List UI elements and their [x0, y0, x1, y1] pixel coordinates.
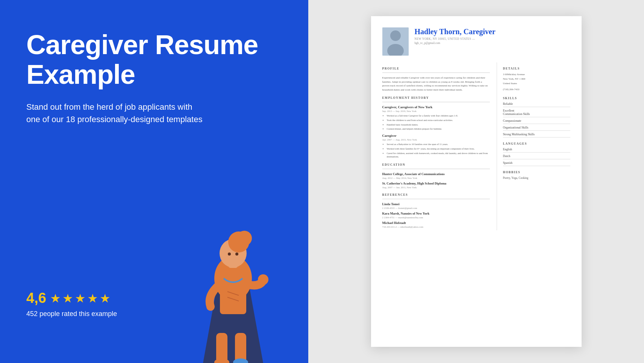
resume-location: NEW YORK, NY 10065, UNITED STATES —	[415, 37, 570, 41]
edu-school-2: St. Catherine's Academy, High School Dip…	[382, 182, 490, 185]
details-section-title: DETAILS	[503, 67, 570, 70]
ref-contact-1: 2 2339-4533 — ltomei@gmail.com	[382, 207, 490, 209]
skill-5: Strong Multitasking Skills	[503, 133, 570, 138]
skill-1: Reliable	[503, 102, 570, 107]
svg-point-13	[235, 253, 238, 256]
education-section-title: EDUCATION	[382, 163, 490, 166]
rating-number: 4,6	[26, 290, 46, 306]
skills-section-title: SKILLS	[503, 97, 570, 100]
edu-dates-2: Aug. 2007 — Jun. 2011, New York	[382, 186, 490, 189]
right-panel: Hadley Thorn, Caregiver NEW YORK, NY 100…	[308, 0, 644, 363]
resume-body: PROFILE Experienced and reliable Caregiv…	[382, 62, 570, 230]
svg-point-7	[258, 274, 268, 285]
svg-point-12	[228, 253, 231, 256]
star-rating: ★ ★ ★ ★ ★	[50, 291, 111, 306]
references-section-title: REFERENCES	[382, 193, 490, 197]
profile-section-title: PROFILE	[382, 67, 490, 70]
lang-1: English	[503, 148, 570, 153]
job-dates-2: Apr. 2007 — Aug. 2015, New York	[382, 138, 490, 141]
languages-section-title: LANGUAGES	[503, 142, 570, 145]
svg-point-17	[390, 30, 401, 41]
job-dates-1: Sep. 2013 — Sep. 2019, New York	[382, 110, 490, 112]
hobbies-section-title: HOBBIES	[503, 171, 570, 174]
resume-email: hgh_vc_p@gmail.com	[415, 41, 570, 45]
hobbies-text: Poetry, Yoga, Cooking	[503, 176, 570, 180]
resume-header: Hadley Thorn, Caregiver NEW YORK, NY 100…	[382, 27, 570, 56]
ref-name-3: Michael Hofstadt	[382, 221, 490, 225]
star-1: ★	[50, 291, 61, 306]
svg-point-11	[237, 231, 252, 246]
ref-contact-3: 718-203-411-2 — mhofstadt@yahoo.com	[382, 225, 490, 228]
job-title-1: Caregiver, Caregivers of New York	[382, 105, 490, 109]
bullet-item: Served as a Babysitter to 10 families ov…	[387, 142, 490, 146]
star-3: ★	[75, 291, 86, 306]
resume-sidebar: DETAILS 3 00Mickley AvenueNew York, NY 1…	[497, 62, 570, 230]
resume-photo	[382, 27, 409, 56]
job-bullets-1: Worked as a full-time Caregiver for a fa…	[382, 114, 490, 131]
ref-name-2: Kara Marsh, Nannies of New York	[382, 212, 490, 215]
subtitle-text: Stand out from the herd of job applicant…	[26, 101, 207, 126]
resume-name-block: Hadley Thorn, Caregiver NEW YORK, NY 100…	[415, 27, 570, 45]
left-panel: Caregiver Resume Example Stand out from …	[0, 0, 308, 363]
ref-contact-2: 2 2384-4751 — marsh@nanniesofny.com	[382, 216, 490, 219]
bullet-item: Worked as a full-time Caregiver for a fa…	[387, 114, 490, 118]
star-2: ★	[62, 291, 73, 306]
ref-name-1: Linda Tomei	[382, 202, 490, 206]
bullet-item: Cared for children, assisted with homewo…	[387, 151, 490, 159]
lang-3: Spanish	[503, 161, 570, 166]
resume-main: PROFILE Experienced and reliable Caregiv…	[382, 62, 490, 230]
details-address: 3 00Mickley AvenueNew York, NY 1 069Unit…	[503, 73, 570, 86]
bullet-item: Handled basic household duties.	[387, 123, 490, 127]
details-phone: (718) 206-7433	[503, 88, 570, 92]
job-title-2: Caregiver	[382, 134, 490, 138]
employment-section-title: EMPLOYMENT HISTORY	[382, 96, 490, 100]
star-5: ★	[100, 291, 111, 306]
star-4: ★	[87, 291, 98, 306]
edu-school-1: Hunter College, Associate of Communicati…	[382, 172, 490, 176]
skill-3: Compassionate	[503, 119, 570, 124]
skill-4: Organizational Skills	[503, 126, 570, 131]
bullet-item: Took the children to and from school and…	[387, 118, 490, 122]
bullet-item: Worked with three families for 8+ years,…	[387, 147, 490, 151]
page-title: Caregiver Resume Example	[26, 30, 282, 89]
job-bullets-2: Served as a Babysitter to 10 families ov…	[382, 142, 490, 159]
illustration	[180, 205, 286, 363]
skill-2: ExcellentCommunication Skills	[503, 109, 570, 117]
profile-text: Experienced and reliable Caregiver with …	[382, 76, 490, 92]
lang-2: Dutch	[503, 154, 570, 159]
resume-name: Hadley Thorn, Caregiver	[415, 27, 570, 36]
resume-card: Hadley Thorn, Caregiver NEW YORK, NY 100…	[371, 16, 582, 347]
edu-dates-1: Aug. 2012 — May 2014, New York	[382, 177, 490, 179]
bullet-item: Cooked dinner, and helped children prepa…	[387, 127, 490, 131]
